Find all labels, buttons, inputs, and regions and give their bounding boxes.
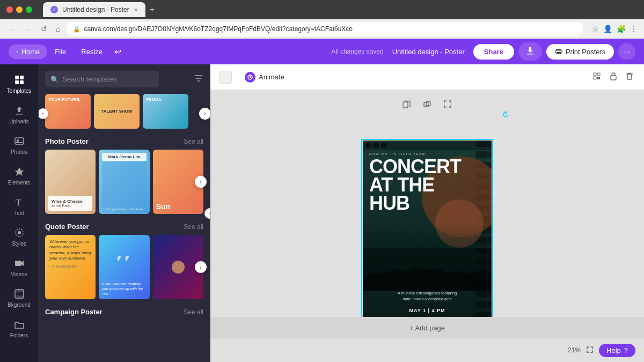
svg-rect-19 (597, 77, 600, 79)
canvas-expand-button[interactable] (440, 98, 455, 113)
videos-icon (13, 257, 25, 269)
sidebar-item-styles[interactable]: Styles (0, 221, 38, 252)
new-tab-button[interactable]: + (148, 5, 157, 14)
canvas-area: Animate (210, 64, 644, 362)
close-window-button[interactable] (6, 6, 13, 13)
canvas-copy-button[interactable] (399, 98, 414, 113)
poster-title: CONCERT AT THE HUB (369, 158, 485, 213)
film-hole (374, 143, 379, 147)
sidebar-item-uploads[interactable]: Uploads (0, 99, 38, 130)
photo-poster-thumb-2[interactable]: Mark Jason Lim can you invite... click h… (99, 150, 149, 214)
videos-label: Videos (11, 271, 27, 277)
url-text: canva.com/design/DAEJ7O0NYgM/vK6oTZ2qgq7… (84, 25, 353, 33)
search-input[interactable] (45, 71, 159, 87)
download-button[interactable] (518, 42, 542, 61)
back-button[interactable]: ← (6, 24, 18, 34)
active-tab[interactable]: C Untitled design - Poster ✕ (43, 2, 145, 17)
help-button[interactable]: Help ? (599, 344, 635, 357)
poster-description: A musical extravaganza featuringindie ba… (367, 290, 487, 302)
sidebar-item-templates[interactable]: Templates (0, 69, 38, 99)
campaign-poster-header: Campaign Poster See all (45, 304, 203, 320)
quote-poster-see-all-button[interactable]: See all (184, 223, 203, 231)
svg-rect-5 (15, 80, 19, 84)
top-template-1[interactable]: YOUR FUTURE. (45, 94, 91, 129)
campaign-poster-see-all-button[interactable]: See all (184, 308, 203, 316)
maximize-window-button[interactable] (26, 6, 32, 13)
file-menu-button[interactable]: File (47, 45, 74, 59)
delete-button[interactable] (624, 70, 635, 85)
help-label: Help (606, 346, 621, 354)
bkground-label: Bkground (8, 302, 31, 308)
svg-rect-4 (20, 76, 24, 79)
refresh-button[interactable]: ↺ (39, 24, 49, 34)
templates-label: Templates (7, 88, 32, 94)
search-wrapper: 🔍 (45, 71, 189, 87)
quote-poster-grid: Wherever you go, no matter what the weat… (45, 235, 203, 299)
sidebar-item-photos[interactable]: Photos (0, 130, 38, 160)
home-arrow-icon: ‹ (16, 48, 18, 55)
canvas-workspace[interactable]: ↻ (210, 90, 644, 362)
quote-poster-header: Quote Poster See all (45, 218, 203, 235)
tab-close-button[interactable]: ✕ (134, 7, 138, 13)
help-icon: ? (624, 346, 628, 354)
more-options-button[interactable]: ··· (618, 43, 635, 60)
profile-button[interactable]: 👤 (603, 25, 612, 33)
extension-button[interactable]: 🧩 (617, 25, 626, 33)
sidebar-item-elements[interactable]: Elements (0, 160, 38, 191)
canvas-duplicate-button[interactable] (420, 98, 435, 113)
color-picker[interactable] (219, 71, 232, 84)
top-template-3[interactable]: PEMDA (143, 94, 188, 129)
photo-poster-thumb-1[interactable]: Wine & Cheese at the Park (45, 150, 96, 214)
rotate-handle[interactable]: ↻ (499, 108, 511, 121)
position-button[interactable] (590, 70, 603, 85)
undo-button[interactable]: ↩ (110, 45, 126, 59)
tab-title: Untitled design - Poster (62, 6, 129, 13)
toolbar-right (590, 70, 635, 85)
poster-desc-text: A musical extravaganza featuringindie ba… (367, 290, 487, 302)
print-button[interactable]: Print Posters (546, 44, 614, 60)
quote-poster-thumb-2[interactable]: If you want the rainbow, you gotta put u… (99, 235, 149, 299)
top-template-2[interactable]: TALENT SHOW (94, 94, 140, 129)
address-bar[interactable]: 🔒 canva.com/design/DAEJ7O0NYgM/vK6oTZ2qg… (67, 22, 583, 36)
home-button[interactable]: ‹ Home (9, 45, 47, 59)
folders-icon (13, 319, 25, 330)
quote-carousel-next-button[interactable]: › (195, 261, 207, 273)
film-hole (366, 143, 371, 147)
lock-button[interactable] (608, 70, 619, 85)
animate-button[interactable]: Animate (238, 69, 291, 86)
resize-menu-button[interactable]: Resize (74, 45, 110, 59)
design-title: Untitled design - Poster (392, 48, 465, 56)
svg-rect-17 (597, 73, 600, 76)
sidebar-item-bkground[interactable]: Bkground (0, 283, 38, 313)
svg-rect-21 (403, 102, 408, 108)
fullscreen-button[interactable] (586, 346, 594, 355)
lock-icon: 🔒 (73, 26, 80, 33)
bookmark-button[interactable]: ☆ (592, 25, 599, 33)
add-page-button[interactable]: + Add page (409, 324, 445, 332)
main-content: Templates Uploads Photos Elements (0, 64, 644, 362)
quote-poster-thumb-1[interactable]: Wherever you go, no matter what the weat… (45, 235, 96, 299)
photo-carousel-next-button[interactable]: › (195, 176, 207, 188)
animate-label: Animate (259, 73, 284, 81)
sidebar-item-folders[interactable]: Folders (0, 313, 38, 344)
photo-poster-see-all-button[interactable]: See all (184, 138, 203, 145)
top-carousel-next-button[interactable]: › (199, 108, 210, 120)
sidebar-item-videos[interactable]: Videos (0, 252, 38, 283)
share-button[interactable]: Share (473, 44, 514, 60)
poster-content: NOW ON ITS FIFTH YEAR! CONCERT AT THE HU… (369, 152, 485, 213)
svg-rect-2 (557, 52, 561, 54)
forward-button[interactable]: → (23, 24, 34, 34)
photo-poster-section: Photo Poster See all Wine & Cheese at th… (39, 133, 210, 218)
poster-container[interactable]: NOW ON ITS FIFTH YEAR! CONCERT AT THE HU… (363, 141, 492, 334)
minimize-window-button[interactable] (16, 6, 23, 13)
svg-rect-20 (611, 76, 616, 80)
sidebar-item-text[interactable]: T Text (0, 191, 38, 221)
bkground-icon (13, 288, 25, 300)
folders-label: Folders (10, 333, 28, 338)
text-icon: T (13, 196, 25, 208)
home-button[interactable]: ⌂ (54, 24, 62, 34)
save-status: All changes saved (331, 48, 383, 55)
filter-button[interactable] (194, 73, 203, 85)
menu-button[interactable]: ⋮ (630, 25, 638, 33)
zoom-level: 21% (568, 346, 581, 354)
